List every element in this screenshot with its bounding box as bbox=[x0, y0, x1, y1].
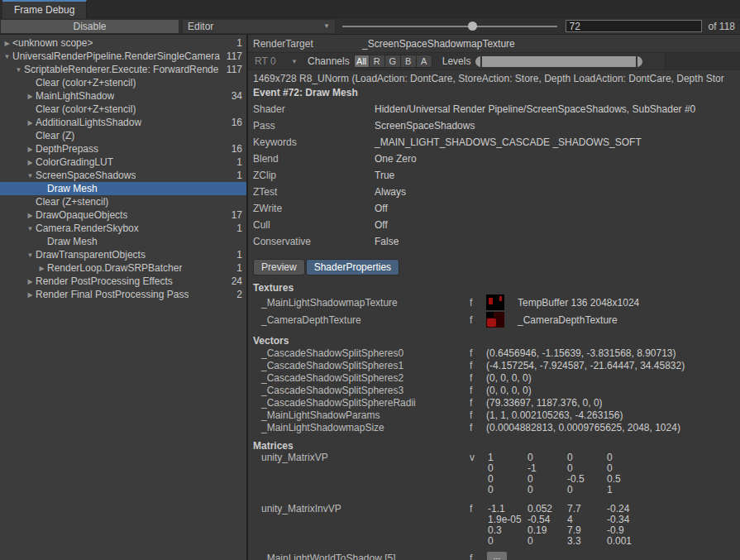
property-name: ZTest bbox=[253, 186, 277, 198]
tree-item[interactable]: ▼Camera.RenderSkybox1 bbox=[0, 222, 246, 235]
tree-item[interactable]: ▶AdditionalLightsShadow16 bbox=[0, 116, 246, 129]
channel-button-g[interactable]: G bbox=[385, 55, 401, 68]
foldout-collapsed-icon[interactable]: ▶ bbox=[2, 40, 12, 47]
vector-row: _CascadeShadowSplitSpheres2f(0, 0, 0, 0) bbox=[248, 371, 740, 384]
tree-item[interactable]: ▼ScreenSpaceShadows1 bbox=[0, 169, 246, 182]
tree-item[interactable]: ▼UniversalRenderPipeline.RenderSingleCam… bbox=[0, 50, 246, 63]
tree-item[interactable]: Draw Mesh bbox=[0, 235, 246, 248]
vector-value: (0, 0, 0, 0) bbox=[486, 385, 532, 396]
tree-item-label: MainLightShadow bbox=[36, 90, 114, 102]
vector-row: _MainLightShadowmapSizef(0.0004882813, 0… bbox=[248, 421, 740, 433]
levels-range-fill bbox=[475, 56, 642, 67]
foldout-collapsed-icon[interactable]: ▶ bbox=[25, 291, 36, 299]
channel-button-r[interactable]: R bbox=[370, 55, 385, 68]
tree-item-count: 17 bbox=[232, 209, 246, 221]
vector-row: _CascadeShadowSplitSpheres0f(0.6456946, … bbox=[248, 347, 740, 359]
tree-item[interactable]: ▶RenderLoop.DrawSRPBatcher1 bbox=[0, 261, 246, 275]
chevron-down-icon: ▼ bbox=[323, 22, 330, 30]
tab-shaderproperties[interactable]: ShaderProperties bbox=[306, 259, 399, 275]
matrix-cell: 7.9 bbox=[567, 524, 607, 536]
tree-item[interactable]: ▼ScriptableRenderer.Execute: ForwardRend… bbox=[0, 63, 246, 76]
textures-list: _MainLightShadowmapTexturefTempBuffer 13… bbox=[248, 294, 740, 328]
matrix-cell: 0.5 bbox=[607, 473, 647, 485]
vector-value: (0, 0, 0, 0) bbox=[486, 372, 532, 384]
matrix-cell: 0 bbox=[528, 452, 567, 463]
tree-item[interactable]: Clear (Z) bbox=[0, 129, 246, 142]
frame-slider[interactable] bbox=[342, 18, 557, 35]
matrix-cell: 0 bbox=[488, 473, 528, 485]
tree-item-label: DepthPrepass bbox=[36, 143, 98, 155]
matrices-header: Matrices bbox=[248, 438, 740, 452]
foldout-expanded-icon[interactable]: ▼ bbox=[25, 251, 36, 259]
foldout-collapsed-icon[interactable]: ▶ bbox=[25, 159, 36, 166]
foldout-collapsed-icon[interactable]: ▶ bbox=[25, 146, 36, 153]
matrix-cell: 0 bbox=[567, 462, 607, 474]
property-row: CullOff bbox=[248, 216, 740, 232]
foldout-collapsed-icon[interactable]: ▶ bbox=[25, 93, 36, 100]
tree-item[interactable]: ▼DrawTransparentObjects1 bbox=[0, 248, 246, 261]
foldout-expanded-icon[interactable]: ▼ bbox=[25, 225, 36, 232]
foldout-expanded-icon[interactable]: ▼ bbox=[2, 53, 12, 60]
foldout-collapsed-icon[interactable]: ▶ bbox=[25, 212, 36, 219]
channel-button-a[interactable]: A bbox=[417, 55, 432, 68]
tree-item[interactable]: ▶MainLightShadow34 bbox=[0, 89, 246, 103]
disable-button[interactable]: Disable bbox=[0, 19, 179, 34]
main-body: ▶<unknown scope>1▼UniversalRenderPipelin… bbox=[0, 35, 740, 560]
channel-button-b[interactable]: B bbox=[401, 55, 417, 68]
matrix-cell: 3.3 bbox=[567, 535, 607, 547]
tree-item-count: 1 bbox=[236, 170, 246, 181]
tree-item[interactable]: Clear (color+Z+stencil) bbox=[0, 76, 246, 89]
tree-item[interactable]: ▶ColorGradingLUT1 bbox=[0, 156, 246, 169]
rt-index-label: RT 0 bbox=[255, 55, 276, 67]
foldout-expanded-icon[interactable]: ▼ bbox=[25, 172, 36, 179]
foldout-collapsed-icon[interactable]: ▶ bbox=[25, 278, 36, 285]
tree-item-label: Clear (color+Z+stencil) bbox=[36, 103, 136, 115]
foldout-collapsed-icon[interactable]: ▶ bbox=[36, 265, 47, 272]
channel-button-all[interactable]: All bbox=[354, 55, 370, 68]
tree-item[interactable]: ▶DrawOpaqueObjects17 bbox=[0, 208, 246, 222]
event-tree: ▶<unknown scope>1▼UniversalRenderPipelin… bbox=[0, 35, 248, 560]
event-properties: ShaderHidden/Universal Render Pipeline/S… bbox=[248, 100, 740, 249]
foldout-expanded-icon[interactable]: ▼ bbox=[13, 66, 24, 74]
matrix-type: v bbox=[470, 452, 475, 463]
depth-texture-thumbnail[interactable] bbox=[486, 312, 504, 328]
tree-item-count: 1 bbox=[236, 249, 246, 261]
levels-range-slider[interactable] bbox=[475, 56, 642, 67]
tab-frame-debug[interactable]: Frame Debug bbox=[2, 0, 87, 18]
matrix-cell: 0 bbox=[488, 484, 528, 495]
property-value: Off bbox=[375, 219, 388, 231]
tree-item-count: 117 bbox=[227, 50, 246, 62]
matrix-name: unity_MatrixVP bbox=[261, 452, 328, 463]
matrix-type: f bbox=[470, 553, 472, 560]
tab-frame-debug-label: Frame Debug bbox=[14, 4, 74, 16]
rt-index-dropdown[interactable]: RT 0 ▼ bbox=[251, 55, 301, 68]
texture-type: f bbox=[470, 297, 472, 309]
expand-array-button[interactable]: ... bbox=[486, 551, 508, 560]
tree-item[interactable]: Clear (color+Z+stencil) bbox=[0, 103, 246, 116]
vector-name: _MainLightShadowmapSize bbox=[261, 422, 384, 433]
frame-number-input[interactable] bbox=[566, 20, 702, 32]
foldout-collapsed-icon[interactable]: ▶ bbox=[25, 119, 36, 127]
tree-item[interactable]: Clear (Z+stencil) bbox=[0, 195, 246, 208]
property-name: ZClip bbox=[253, 170, 276, 181]
matrix-line: 0-100 bbox=[488, 462, 647, 473]
tree-item[interactable]: ▶DepthPrepass16 bbox=[0, 142, 246, 156]
frame-slider-handle[interactable] bbox=[468, 22, 477, 31]
property-name: Shader bbox=[253, 103, 285, 115]
tree-item-label: Camera.RenderSkybox bbox=[36, 223, 139, 234]
shadowmap-texture-thumbnail[interactable] bbox=[486, 294, 504, 310]
matrices-list: unity_MatrixVPv10000-10000-0.50.50001uni… bbox=[248, 452, 740, 560]
property-name: Conservative bbox=[253, 236, 311, 247]
tree-item-label: ScriptableRenderer.Execute: ForwardRende bbox=[24, 64, 218, 75]
tree-item[interactable]: ▶Render Final PostProcessing Pass2 bbox=[0, 288, 246, 301]
tree-item[interactable]: ▶Render PostProcessing Effects24 bbox=[0, 275, 246, 288]
property-name: Cull bbox=[253, 219, 270, 231]
target-dropdown[interactable]: Editor ▼ bbox=[182, 19, 336, 34]
tree-item[interactable]: Draw Mesh bbox=[0, 182, 246, 195]
tab-preview[interactable]: Preview bbox=[253, 259, 305, 275]
tree-item[interactable]: ▶<unknown scope>1 bbox=[0, 36, 246, 50]
property-row: ConservativeFalse bbox=[248, 232, 740, 249]
matrix-cell: 0.3 bbox=[488, 524, 528, 536]
vector-type: f bbox=[470, 422, 472, 433]
matrix-cell: 0 bbox=[528, 535, 567, 547]
